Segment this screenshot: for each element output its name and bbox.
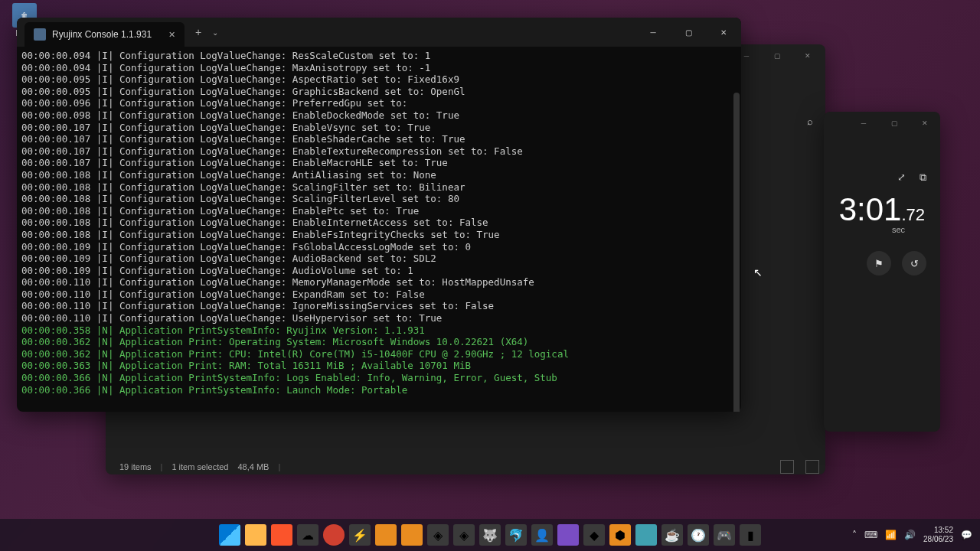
console-tab[interactable]: Ryujinx Console 1.1.931 ✕: [24, 22, 185, 47]
taskbar-app[interactable]: ◈: [427, 524, 449, 546]
log-line: 00:00:00.107 |I| Configuration LogValueC…: [21, 157, 737, 169]
log-line: 00:00:00.366 |N| Application PrintSystem…: [21, 384, 737, 396]
start-button[interactable]: [219, 524, 240, 546]
taskbar-app[interactable]: [557, 524, 579, 546]
stopwatch-minimize-button[interactable]: ─: [848, 112, 879, 135]
console-output[interactable]: 00:00:00.094 |I| Configuration LogValueC…: [17, 47, 741, 412]
explorer-search-icon[interactable]: ⌕: [802, 113, 818, 129]
tray-date: 28/06/23: [923, 535, 953, 544]
mouse-cursor: ↖: [753, 266, 763, 279]
system-tray[interactable]: ˄ ⌨ 📶 🔊 13:52 28/06/23 💬: [852, 526, 972, 544]
status-item-count: 19 items: [119, 462, 152, 471]
taskbar-app[interactable]: 🐬: [505, 524, 527, 546]
tray-network-icon[interactable]: 📶: [885, 530, 897, 540]
console-titlebar[interactable]: Ryujinx Console 1.1.931 ✕ + ⌄ ─ ▢ ✕: [17, 18, 741, 47]
log-line: 00:00:00.362 |N| Application Print: CPU:…: [21, 348, 737, 360]
taskbar-app[interactable]: ⚡: [349, 524, 371, 546]
taskbar-app[interactable]: 🐺: [479, 524, 501, 546]
taskbar-app[interactable]: ⬢: [609, 524, 631, 546]
view-details-button[interactable]: [805, 460, 819, 474]
log-line: 00:00:00.110 |I| Configuration LogValueC…: [21, 300, 737, 312]
explorer-close-button[interactable]: ✕: [792, 44, 823, 67]
log-line: 00:00:00.095 |I| Configuration LogValueC…: [21, 73, 737, 86]
taskbar-pinned-apps: ☁ ⚡ ◈ ◈ 🐺 🐬 👤 ◆ ⬢ ☕ 🕐 🎮 ▮: [219, 524, 761, 546]
log-line: 00:00:00.109 |I| Configuration LogValueC…: [21, 253, 737, 265]
log-line: 00:00:00.107 |I| Configuration LogValueC…: [21, 122, 737, 134]
tab-dropdown-button[interactable]: ⌄: [212, 28, 218, 37]
explorer-status-bar: 19 items | 1 item selected 48,4 MB |: [113, 459, 825, 474]
log-line: 00:00:00.366 |N| Application PrintSystem…: [21, 372, 737, 384]
view-list-button[interactable]: [780, 460, 794, 474]
log-line: 00:00:00.108 |I| Configuration LogValueC…: [21, 181, 737, 194]
log-line: 00:00:00.107 |I| Configuration LogValueC…: [21, 145, 737, 158]
status-selected: 1 item selected: [172, 462, 228, 471]
console-minimize-button[interactable]: ─: [635, 18, 671, 47]
log-line: 00:00:00.096 |I| Configuration LogValueC…: [21, 97, 737, 109]
taskbar-ryujinx[interactable]: 🎮: [714, 524, 735, 546]
stopwatch-time: 3:01.72: [824, 191, 940, 228]
tray-language-icon[interactable]: ⌨: [864, 530, 877, 540]
console-scrollbar[interactable]: [733, 93, 740, 412]
reset-button[interactable]: ↺: [902, 251, 926, 276]
taskbar-clock-app[interactable]: 🕐: [688, 524, 709, 546]
taskbar-app[interactable]: 👤: [531, 524, 553, 546]
console-maximize-button[interactable]: ▢: [671, 18, 706, 47]
log-line: 00:00:00.098 |I| Configuration LogValueC…: [21, 109, 737, 122]
taskbar-app[interactable]: [375, 524, 397, 546]
status-divider: |: [161, 462, 163, 471]
taskbar-terminal[interactable]: ▮: [740, 524, 761, 546]
log-line: 00:00:00.108 |I| Configuration LogValueC…: [21, 205, 737, 217]
stopwatch-titlebar[interactable]: ─ ▢ ✕: [824, 112, 940, 135]
tray-clock[interactable]: 13:52 28/06/23: [923, 526, 953, 544]
tray-notifications-icon[interactable]: 💬: [961, 530, 972, 540]
terminal-icon: [34, 28, 46, 41]
log-line: 00:00:00.109 |I| Configuration LogValueC…: [21, 265, 737, 277]
taskbar-app[interactable]: [401, 524, 423, 546]
log-line: 00:00:00.362 |N| Application Print: Oper…: [21, 336, 737, 348]
flag-lap-button[interactable]: ⚑: [867, 251, 891, 276]
new-tab-button[interactable]: +: [195, 26, 201, 38]
log-line: 00:00:00.110 |I| Configuration LogValueC…: [21, 312, 737, 324]
taskbar-app[interactable]: ☁: [297, 524, 318, 546]
status-size: 48,4 MB: [237, 462, 269, 471]
tab-close-button[interactable]: ✕: [168, 30, 175, 40]
stopwatch-main: 3:01: [839, 191, 902, 227]
log-line: 00:00:00.363 |N| Application Print: RAM:…: [21, 360, 737, 372]
taskbar-app[interactable]: [635, 524, 657, 546]
log-line: 00:00:00.094 |I| Configuration LogValueC…: [21, 62, 737, 74]
stopwatch-maximize-button[interactable]: ▢: [879, 112, 910, 135]
stopwatch-close-button[interactable]: ✕: [910, 112, 940, 135]
tray-time: 13:52: [923, 526, 953, 535]
console-window[interactable]: Ryujinx Console 1.1.931 ✕ + ⌄ ─ ▢ ✕ 00:0…: [17, 18, 741, 412]
taskbar-brave[interactable]: [271, 524, 292, 546]
taskbar-app[interactable]: ◈: [453, 524, 475, 546]
taskbar-app[interactable]: ◆: [583, 524, 605, 546]
console-tab-title: Ryujinx Console 1.1.931: [52, 29, 152, 40]
log-line: 00:00:00.109 |I| Configuration LogValueC…: [21, 241, 737, 253]
console-close-button[interactable]: ✕: [706, 18, 741, 47]
log-line: 00:00:00.108 |I| Configuration LogValueC…: [21, 217, 737, 229]
log-line: 00:00:00.095 |I| Configuration LogValueC…: [21, 86, 737, 98]
log-line: 00:00:00.108 |I| Configuration LogValueC…: [21, 169, 737, 181]
status-divider: |: [278, 462, 280, 471]
tray-chevron-icon[interactable]: ˄: [852, 530, 857, 540]
log-line: 00:00:00.110 |I| Configuration LogValueC…: [21, 289, 737, 301]
taskbar-app[interactable]: [323, 524, 345, 546]
log-line: 00:00:00.094 |I| Configuration LogValueC…: [21, 50, 737, 62]
expand-icon[interactable]: ⤢: [897, 171, 906, 184]
taskbar-app[interactable]: ☕: [662, 524, 683, 546]
stopwatch-frac: .72: [901, 205, 925, 224]
log-line: 00:00:00.107 |I| Configuration LogValueC…: [21, 133, 737, 145]
explorer-maximize-button[interactable]: ▢: [762, 44, 792, 67]
taskbar-explorer[interactable]: [245, 524, 266, 546]
log-line: 00:00:00.110 |I| Configuration LogValueC…: [21, 276, 737, 289]
tray-volume-icon[interactable]: 🔊: [904, 530, 916, 540]
log-line: 00:00:00.108 |I| Configuration LogValueC…: [21, 193, 737, 205]
log-line: 00:00:00.358 |N| Application PrintSystem…: [21, 324, 737, 337]
stopwatch-window[interactable]: ─ ▢ ✕ ⤢ ⧉ 3:01.72 sec ⚑ ↺: [824, 112, 940, 432]
taskbar[interactable]: ☁ ⚡ ◈ ◈ 🐺 🐬 👤 ◆ ⬢ ☕ 🕐 🎮 ▮ ˄ ⌨ 📶 🔊 13:52 …: [0, 519, 980, 551]
compact-icon[interactable]: ⧉: [920, 171, 926, 184]
log-line: 00:00:00.108 |I| Configuration LogValueC…: [21, 229, 737, 241]
explorer-window-controls: ─ ▢ ✕: [731, 44, 823, 67]
